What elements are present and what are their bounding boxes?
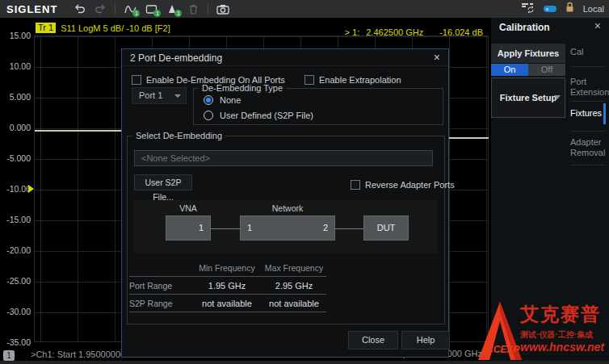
- help-button[interactable]: Help: [401, 331, 450, 349]
- marker-number-label: > 1:: [345, 27, 360, 37]
- tab-separator: [570, 101, 606, 102]
- table-header-row: Min Frequency Max Frequency: [129, 260, 326, 277]
- tab-separator: [570, 165, 606, 165]
- y-axis-tick: 0.000: [0, 123, 31, 132]
- trace-info-bar[interactable]: Tr 1 S11 LogM 5 dB/ -10 dB [F2]: [36, 23, 170, 33]
- undo-icon: [74, 4, 86, 15]
- y-axis-tick: 5.000: [0, 92, 31, 102]
- marker-readout: > 1: 2.462500 GHz -16.024 dB: [307, 27, 483, 37]
- radio-icon[interactable]: [204, 95, 213, 105]
- port-range-max: 2.95 GHz: [262, 281, 326, 291]
- tab-port-extension[interactable]: Port Extension: [570, 77, 606, 98]
- tab-cal[interactable]: Cal: [570, 47, 606, 57]
- watermark-logo-text: CCEXP: [486, 344, 519, 355]
- marker-amplitude-value: -16.024 dB: [439, 27, 483, 37]
- tab-adapter-removal[interactable]: Adapter Removal: [570, 137, 606, 158]
- tab-separator: [570, 66, 606, 67]
- row-label: Port Range: [129, 281, 192, 291]
- screenshot-button[interactable]: [214, 2, 232, 16]
- reference-level-marker: [28, 185, 34, 193]
- apply-fixtures-label: Apply Fixtures: [491, 44, 565, 63]
- trash-icon: [188, 4, 199, 15]
- table-row: S2P Range not available not available: [129, 295, 326, 312]
- marker-button[interactable]: 1: [163, 2, 181, 16]
- toolbar-right-group: Local: [521, 0, 604, 18]
- display-count-badge: 1: [153, 10, 161, 17]
- fixture-setup-label: Fixture Setup: [500, 93, 556, 103]
- y-axis-tick: -35.00: [0, 337, 31, 347]
- user-s2p-file-button[interactable]: User S2P File...: [134, 174, 192, 190]
- trace-count-button[interactable]: 1: [121, 2, 139, 16]
- vna-port-number: 1: [199, 223, 204, 232]
- accexp-watermark: CCEXP 艾克赛普 测试·仪器·工控·集成 www.hncsw.net: [478, 300, 609, 362]
- active-tab-indicator: [603, 103, 606, 124]
- watermark-url-text: www.hncsw.net: [520, 341, 604, 354]
- top-toolbar: SIGLENT 1 1 1: [0, 0, 609, 18]
- select-de-embedding-group: Select De-Embedding <None Selected> User…: [127, 131, 445, 324]
- display-window-button[interactable]: 1: [142, 2, 160, 16]
- local-mode-label[interactable]: Local: [583, 4, 604, 14]
- vna-label: VNA: [166, 203, 211, 213]
- frequency-range-table: Min Frequency Max Frequency Port Range 1…: [129, 260, 326, 312]
- toolbar-separator: [208, 3, 208, 15]
- y-axis-tick: -25.00: [0, 276, 31, 286]
- port-select[interactable]: Port 1: [132, 87, 187, 104]
- network-box: 1 2: [240, 215, 335, 241]
- group-label: Select De-Embedding: [132, 131, 225, 140]
- sidebar-close-icon[interactable]: ×: [594, 20, 601, 31]
- remote-interface-icon[interactable]: [521, 2, 536, 16]
- camera-icon: [216, 4, 229, 15]
- port-select-value: Port 1: [139, 90, 162, 100]
- y-axis-tick: -15.00: [0, 215, 31, 224]
- y-axis-tick: 10.00: [0, 61, 31, 71]
- y-axis-tick: -20.00: [0, 245, 31, 255]
- channel-badge[interactable]: 1: [3, 350, 15, 361]
- checkbox-box[interactable]: [351, 180, 360, 190]
- max-frequency-header: Max Frequency: [262, 263, 326, 273]
- chevron-down-icon: [174, 94, 181, 98]
- type-option-user-defined[interactable]: User Defined (S2P File): [204, 111, 313, 120]
- apply-fixtures-toggle[interactable]: On Off: [491, 64, 565, 76]
- s2p-range-min: not available: [192, 299, 262, 308]
- checkbox-box[interactable]: [132, 75, 141, 85]
- trace-settings-label: S11 LogM 5 dB/ -10 dB [F2]: [61, 23, 170, 33]
- table-row: Port Range 1.95 GHz 2.95 GHz: [129, 277, 326, 295]
- vna-screen: SIGLENT 1 1 1: [0, 0, 609, 364]
- chevron-down-icon: [554, 95, 561, 99]
- dialog-titlebar: 2 Port De-embedding ×: [122, 49, 448, 66]
- lock-icon[interactable]: [565, 2, 575, 16]
- port-range-min: 1.95 GHz: [192, 281, 262, 291]
- trace-number-badge[interactable]: Tr 1: [36, 23, 56, 33]
- network-port-2: 2: [323, 216, 328, 240]
- trace-count-badge: 1: [132, 10, 140, 17]
- min-frequency-header: Min Frequency: [192, 263, 262, 273]
- checkbox-label: Reverse Adapter Ports: [365, 180, 455, 190]
- reverse-adapter-ports-checkbox[interactable]: Reverse Adapter Ports: [351, 177, 455, 191]
- fixture-setup-dropdown[interactable]: Fixture Setup: [491, 77, 565, 118]
- group-label: De-Embedding Type: [199, 83, 286, 93]
- network-label: Network: [240, 203, 335, 213]
- marker-frequency-value: 2.462500 GHz: [366, 27, 423, 37]
- connection-diagram: VNA Network 1 1 2 DUT: [134, 200, 438, 253]
- s2p-file-field[interactable]: <None Selected>: [134, 150, 433, 166]
- redo-button[interactable]: [91, 2, 109, 16]
- undo-button[interactable]: [70, 2, 88, 16]
- type-option-none[interactable]: None: [204, 95, 241, 105]
- close-button[interactable]: Close: [348, 331, 398, 349]
- vna-box: 1: [166, 215, 211, 241]
- radio-icon[interactable]: [204, 111, 213, 120]
- dialog-close-icon[interactable]: ×: [434, 51, 440, 64]
- usb-icon[interactable]: [544, 6, 556, 12]
- tab-fixtures[interactable]: Fixtures: [570, 108, 606, 119]
- de-embedding-dialog: 2 Port De-embedding × Enable De-Embeddin…: [121, 48, 449, 358]
- toggle-on-option[interactable]: On: [491, 64, 528, 76]
- toggle-off-option[interactable]: Off: [528, 64, 565, 76]
- marker-count-badge: 1: [174, 10, 182, 17]
- de-embedding-type-group: De-Embedding Type None User Defined (S2P…: [193, 83, 443, 125]
- y-axis-tick: -5.000: [0, 153, 31, 163]
- delete-button[interactable]: [184, 2, 202, 16]
- y-axis-tick: -10.00: [0, 184, 31, 194]
- sidebar-title: Calibration: [499, 22, 550, 33]
- row-label: S2P Range: [129, 299, 192, 308]
- redo-icon: [94, 4, 107, 15]
